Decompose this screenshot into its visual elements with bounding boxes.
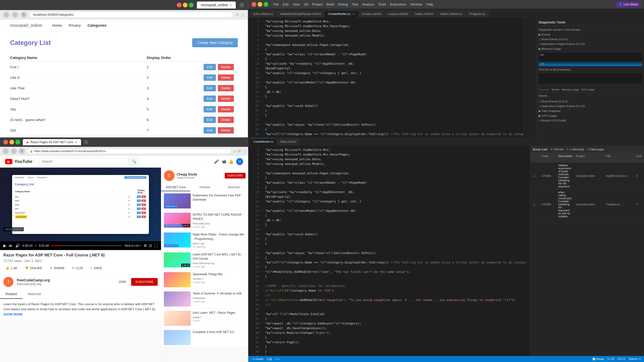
settings-icon[interactable]: ⋮	[241, 12, 244, 17]
list-item[interactable]: Spacewalk Trilogy Mix Serotek 2 3 years …	[161, 270, 248, 290]
preview-del-btn-4[interactable]: 🗑	[142, 207, 146, 210]
edit-btn[interactable]: Edit	[204, 64, 216, 70]
save-btn[interactable]: + SAVE	[88, 265, 104, 271]
yt-min-btn[interactable]	[10, 140, 14, 144]
nav-categories[interactable]: Categories	[88, 23, 107, 28]
vscode-bottom-code[interactable]: "kw">using Microsoft.AspNetCore.Mvc;"kw"…	[262, 146, 530, 362]
delete-btn[interactable]: Delete	[218, 117, 234, 123]
create-new-category-btn[interactable]: Create New Category	[192, 38, 238, 47]
yt-notification-icon[interactable]: 🔔	[229, 159, 234, 164]
vscode-code-area[interactable]: "kw">using Microsoft.AspNetCore.Mvc;"kw"…	[262, 17, 523, 137]
vscode-close-btn[interactable]	[252, 2, 256, 7]
tab-create-cshtml[interactable]: Create.cshtml	[358, 10, 385, 17]
theater-btn[interactable]: ⊡	[149, 244, 152, 248]
list-item[interactable]: DOWNLOAD 🎁 Kubernetes For Dummies Free P…	[161, 191, 248, 211]
win-max-btn[interactable]	[189, 3, 194, 7]
diagnostic-appinsights-events[interactable]: □ Application Insights Events (0 of 0)	[539, 42, 642, 46]
tab-close-icon[interactable]: ✕	[230, 3, 232, 7]
preview-edit-btn-5[interactable]: ✎	[137, 212, 141, 214]
live-share-btn[interactable]: 👤 Live Share	[616, 1, 641, 7]
edit-btn[interactable]: Edit	[204, 95, 216, 102]
next-btn[interactable]: ⏭	[9, 244, 12, 248]
delete-btn[interactable]: Delete	[218, 95, 234, 102]
list-item[interactable]: Let's Learn .NET - Razor Pages dotNET 2:…	[161, 309, 248, 328]
menu-view[interactable]: View	[293, 2, 300, 6]
vscode-min-btn[interactable]	[258, 2, 262, 7]
yt-mic-icon[interactable]: 🎤	[214, 159, 219, 164]
tab-cpu-usage[interactable]: CPU Usage	[581, 88, 594, 91]
list-item[interactable]: 3:13:41 PRODUCTION FOR... INTRO TO ASP N…	[161, 211, 248, 230]
vscode-max-btn[interactable]	[264, 2, 268, 7]
tab-edit-cshtml-cs[interactable]: Edit.cshtml.cs	[250, 10, 276, 17]
like-btn[interactable]: 👍 1.3K	[3, 265, 19, 271]
fullscreen-btn[interactable]: ⛶	[154, 244, 158, 248]
preview-del-btn-5[interactable]: 🗑	[142, 212, 146, 214]
yt-reload-btn[interactable]: ↻	[19, 148, 25, 154]
edit-btn[interactable]: Edit	[204, 127, 216, 134]
tab-createmodel[interactable]: CreateModel.cs ✕	[325, 10, 358, 17]
tab-index-cshtml[interactable]: Index.cshtml	[412, 10, 436, 17]
preview-edit-btn-6[interactable]: ✎	[137, 216, 141, 218]
diagnostic-show-events[interactable]: □ Show Events (0 of 0)	[539, 37, 642, 42]
join-btn[interactable]: JOIN	[116, 279, 128, 285]
settings-btn[interactable]: ⚙	[144, 244, 147, 248]
sidebar-tab-watched[interactable]: Watched	[219, 184, 248, 191]
sidebar-subscribe-btn[interactable]: SUBSCRIBE	[225, 173, 246, 178]
menu-project[interactable]: Project	[312, 2, 322, 6]
list-item[interactable]: 3:40:18 Learn ASP.NET Core MVC (.NET 6) …	[161, 250, 248, 270]
subscribe-btn[interactable]: SUBSCRIBE	[131, 278, 158, 286]
tab-close[interactable]: ✕	[353, 12, 355, 15]
preview-del-btn[interactable]: 🗑	[142, 195, 146, 198]
diag-appinsights[interactable]: □ Application Insights Events (0 of 0)	[539, 104, 642, 109]
delete-btn[interactable]: Delete	[218, 74, 234, 81]
new-tab-btn[interactable]: +	[239, 2, 244, 8]
share-btn[interactable]: ↗ SHARE	[48, 265, 66, 271]
menu-git[interactable]: Git	[304, 2, 308, 6]
bookmark-icon[interactable]: ☆	[236, 12, 239, 17]
clip-btn[interactable]: ✂ CLIP	[70, 265, 85, 271]
tab-createmodel-bottom[interactable]: CreateModel.cs	[250, 138, 276, 145]
status-branch[interactable]: ⎇ master	[252, 358, 264, 361]
tab-index-cshtml-cs[interactable]: Index.cshtml.cs	[437, 10, 466, 17]
sidebar-tab-related[interactable]: Related	[190, 184, 219, 191]
win-min-btn[interactable]	[183, 3, 188, 7]
tab-validation[interactable]: ValidationScriptPartial.cshtml	[276, 10, 324, 17]
preview-del-btn-3[interactable]: 🗑	[142, 203, 146, 206]
yt-avatar[interactable]: U	[236, 158, 243, 165]
list-item[interactable]: Complete 3 Hour ASP NET 6.0	[161, 328, 248, 347]
list-item[interactable]: Taste of Summer ☀ lofi beats to chill Ch…	[161, 290, 248, 309]
yt-new-tab-btn[interactable]: +	[84, 140, 88, 144]
yt-forward-btn[interactable]: →	[11, 148, 17, 154]
address-bar[interactable]: localhost:44350/Categories	[30, 12, 233, 17]
preview-edit-btn-4[interactable]: ✎	[137, 207, 141, 210]
menu-extensions[interactable]: Extensions	[390, 2, 406, 6]
sidebar-tab-aspnet[interactable]: ASP.NET Core	[161, 184, 190, 191]
yt-settings-icon[interactable]: ⋮	[242, 149, 246, 153]
status-warnings[interactable]: 1 ⚠	[275, 358, 280, 361]
volume-btn[interactable]: 🔊	[15, 244, 20, 248]
video-progress-bar[interactable]	[52, 245, 122, 246]
nav-privacy[interactable]: Privacy	[69, 23, 81, 28]
yt-active-tab[interactable]: ▶ Razor Pages for ASP NET Core ✕	[23, 139, 81, 145]
edit-btn[interactable]: Edit	[204, 85, 216, 91]
reload-btn[interactable]: ↻	[21, 12, 27, 18]
yt-upload-icon[interactable]: 📹	[222, 159, 226, 164]
menu-build[interactable]: Build	[327, 2, 334, 6]
tab-indexcshtml-bottom[interactable]: Index.cshtml	[277, 138, 300, 145]
menu-test[interactable]: Test	[352, 2, 358, 6]
menu-analyze[interactable]: Analyze	[362, 2, 374, 6]
yt-search-btn[interactable]: 🔍	[129, 158, 140, 165]
tab-program[interactable]: Program.cs	[466, 10, 489, 17]
yt-address-bar[interactable]: 🔒 https://www.youtube.com/watch?v=en2amo…	[27, 148, 231, 154]
play-pause-btn[interactable]: ▶	[3, 244, 6, 248]
menu-file[interactable]: File	[273, 2, 279, 6]
yt-max-btn[interactable]	[16, 140, 20, 144]
preview-edit-btn[interactable]: ✎	[137, 195, 141, 198]
list-item[interactable]: MUSIC FOCUS Night Work Radio - Future Ga…	[161, 230, 248, 250]
forward-btn[interactable]: →	[12, 12, 18, 18]
diag-record-cpu[interactable]: □ Record CPU Profile	[539, 118, 642, 123]
preview-del-btn-2[interactable]: 🗑	[142, 199, 146, 202]
win-close-btn[interactable]	[177, 3, 182, 7]
menu-debug[interactable]: Debug	[338, 2, 348, 6]
yt-tab-close[interactable]: ✕	[75, 141, 77, 144]
